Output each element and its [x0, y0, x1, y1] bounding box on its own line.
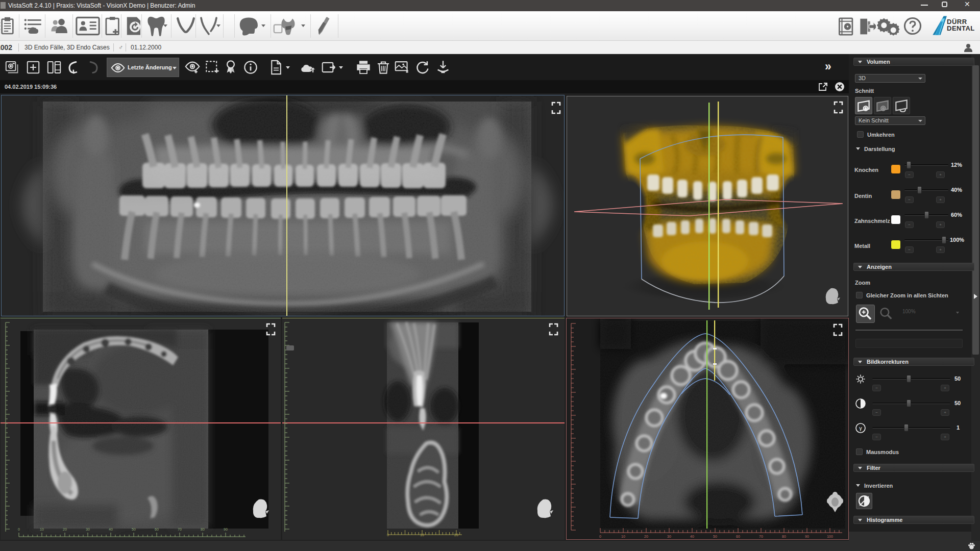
svg-text:20: 20: [454, 533, 458, 537]
svg-text:γ: γ: [859, 425, 862, 431]
svg-text:10: 10: [621, 535, 625, 538]
svg-text:0: 0: [599, 535, 601, 538]
svg-text:90: 90: [805, 535, 809, 538]
svg-text:50: 50: [713, 535, 717, 538]
svg-text:0: 0: [18, 528, 20, 531]
svg-text:80: 80: [201, 528, 205, 531]
svg-text:60: 60: [155, 528, 159, 531]
svg-text:70: 70: [759, 535, 763, 538]
svg-text:90: 90: [224, 528, 228, 531]
svg-text:80: 80: [782, 535, 786, 538]
svg-text:30: 30: [86, 528, 90, 531]
svg-text:20: 20: [644, 535, 648, 538]
svg-text:50: 50: [132, 528, 136, 531]
svg-text:0: 0: [387, 533, 389, 537]
svg-text:40: 40: [109, 528, 113, 531]
svg-text:40: 40: [690, 535, 694, 538]
svg-text:10: 10: [420, 533, 424, 537]
svg-text:60: 60: [736, 535, 740, 538]
svg-text:30: 30: [667, 535, 671, 538]
svg-text:10: 10: [40, 528, 44, 531]
svg-text:20: 20: [63, 528, 67, 531]
svg-text:70: 70: [178, 528, 182, 531]
svg-text:100: 100: [827, 535, 833, 538]
